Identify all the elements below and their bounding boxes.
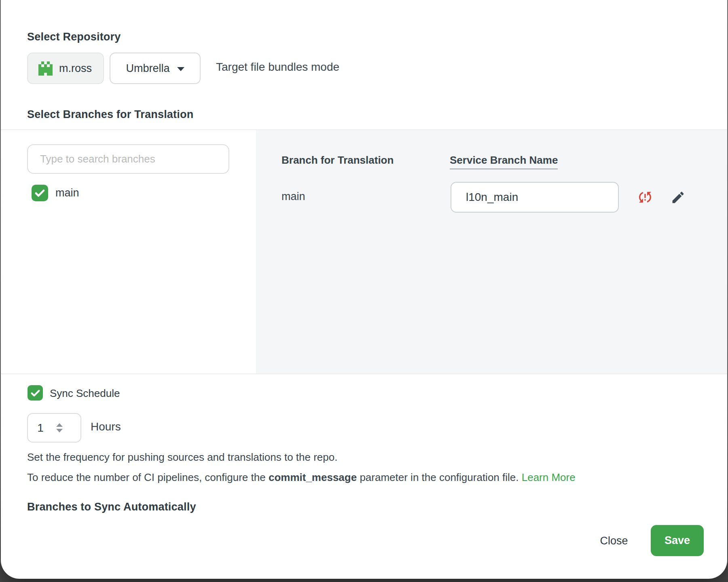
dialog-content: Select Repository m.ross Umbrella T: [1, 0, 727, 558]
repository-settings-dialog: Select Repository m.ross Umbrella T: [1, 0, 727, 579]
ci-note-suffix: parameter in the configuration file.: [357, 471, 522, 483]
sync-schedule-checkbox[interactable]: [28, 385, 43, 401]
learn-more-link[interactable]: Learn More: [522, 471, 576, 483]
sync-schedule-label: Sync Schedule: [50, 387, 120, 400]
interval-value-input[interactable]: [28, 422, 53, 434]
sync-frequency-description: Set the frequency for pushing sources an…: [27, 451, 337, 464]
project-dropdown-value: Umbrella: [126, 62, 169, 75]
sync-error-icon[interactable]: [637, 189, 654, 206]
service-branch-name-input[interactable]: [451, 182, 619, 213]
branch-checkbox-label: main: [55, 187, 79, 199]
ci-pipelines-note: To reduce the number of CI pipelines, co…: [27, 471, 576, 484]
checkmark-icon: [30, 388, 40, 398]
auto-sync-title: Branches to Sync Automatically: [27, 501, 351, 513]
commit-message-param: commit_message: [269, 471, 357, 483]
project-dropdown[interactable]: Umbrella: [110, 53, 201, 84]
repository-chip[interactable]: m.ross: [27, 53, 104, 84]
select-repository-title: Select Repository: [27, 31, 121, 43]
repo-identicon-icon: [38, 61, 53, 76]
auto-sync-title-clip: Branches to Sync Automatically: [27, 501, 351, 513]
close-button[interactable]: Close: [595, 529, 633, 552]
column-header-branch: Branch for Translation: [281, 154, 394, 167]
ci-note-prefix: To reduce the number of CI pipelines, co…: [27, 471, 269, 483]
branch-search-input[interactable]: [27, 144, 229, 174]
checkmark-icon: [34, 188, 45, 198]
table-row-branch-name: main: [281, 190, 305, 203]
divider: [1, 373, 727, 374]
chevron-down-icon: [177, 67, 184, 71]
stepper-arrows-icon[interactable]: [56, 423, 63, 432]
pencil-icon[interactable]: [670, 189, 686, 205]
target-mode-label: Target file bundles mode: [216, 61, 339, 74]
interval-unit-label: Hours: [91, 420, 121, 433]
select-branches-title: Select Branches for Translation: [27, 108, 193, 121]
branch-checkbox-main[interactable]: [32, 185, 48, 201]
repository-name: m.ross: [59, 62, 92, 75]
stepper-down-icon[interactable]: [56, 429, 63, 432]
interval-stepper[interactable]: [27, 413, 81, 443]
save-button[interactable]: Save: [651, 525, 704, 556]
stepper-up-icon[interactable]: [56, 423, 63, 427]
column-header-service-branch: Service Branch Name: [450, 154, 558, 169]
